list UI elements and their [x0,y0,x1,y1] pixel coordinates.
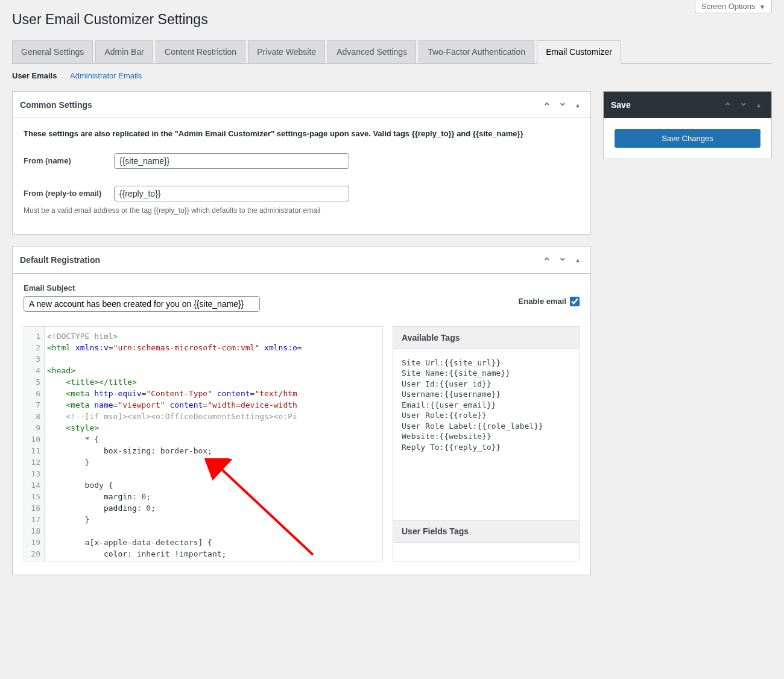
user-fields-tags-header: User Fields Tags [393,520,579,543]
from-name-input[interactable] [114,153,349,169]
tags-panel: Available Tags Site Url:{{site_url}}Site… [393,326,580,561]
common-settings-box: Common Settings These settings are also … [12,91,591,235]
available-tags-header: Available Tags [393,327,579,349]
chevron-down-icon: ▼ [759,4,765,10]
screen-options-toggle[interactable]: Screen Options ▼ [695,0,772,13]
available-tag: Email:{{user_email}} [402,400,571,411]
common-settings-title: Common Settings [20,100,541,110]
from-email-label: From (reply-to email) [24,189,114,198]
from-email-input[interactable] [114,186,349,201]
page-title: User Email Customizer Settings [12,6,772,40]
sub-tabs: User Emails Administrator Emails [12,64,772,91]
nav-tab-wrapper: General SettingsAdmin BarContent Restric… [12,40,772,64]
available-tag: Reply To:{{reply_to}} [402,442,571,453]
available-tag: Username:{{username}} [402,389,571,400]
nav-tab-two-factor-authentication[interactable]: Two-Factor Authentication [419,40,534,63]
email-subject-input[interactable] [24,296,260,312]
save-box-title: Save [611,100,722,110]
toggle-panel-icon[interactable] [572,254,583,265]
from-email-desc: Must be a valid email address or the tag… [24,206,580,215]
enable-email-label: Enable email [519,297,566,306]
available-tag: User Role:{{role}} [402,410,571,421]
enable-email-checkbox[interactable] [570,297,580,306]
move-up-icon[interactable] [722,99,733,110]
available-tag: Website:{{website}} [402,431,571,442]
save-changes-button[interactable]: Save Changes [615,129,760,148]
toggle-panel-icon[interactable] [572,99,583,110]
move-up-icon[interactable] [541,99,552,110]
email-subject-label: Email Subject [24,283,260,292]
nav-tab-email-customizer[interactable]: Email Customizer [537,40,621,64]
nav-tab-advanced-settings[interactable]: Advanced Settings [327,40,416,63]
common-description: These settings are also replicated in th… [24,128,580,140]
move-down-icon[interactable] [738,99,748,110]
code-editor[interactable]: 1234567891011121314151617181920 <!DOCTYP… [24,326,383,561]
default-registration-box: Default Registration Email Subject [12,247,591,575]
available-tag: User Role Label:{{role_label}} [402,421,571,432]
available-tag: Site Name:{{site_name}} [402,368,571,379]
screen-options-label: Screen Options [701,2,756,11]
available-tag: User Id:{{user_id}} [402,379,571,390]
sub-tab-user-emails[interactable]: User Emails [12,71,57,80]
move-down-icon[interactable] [557,254,567,265]
default-registration-title: Default Registration [20,255,541,265]
nav-tab-admin-bar[interactable]: Admin Bar [95,40,153,63]
available-tag: Site Url:{{site_url}} [402,358,571,368]
sub-tab-admin-emails[interactable]: Administrator Emails [70,71,142,80]
nav-tab-private-website[interactable]: Private Website [248,40,325,63]
save-box: Save Save Changes [603,91,772,159]
from-name-label: From (name) [24,156,114,165]
move-down-icon[interactable] [557,99,567,110]
toggle-panel-icon[interactable] [753,99,764,110]
move-up-icon[interactable] [541,254,552,265]
nav-tab-content-restriction[interactable]: Content Restriction [156,40,245,63]
nav-tab-general-settings[interactable]: General Settings [12,40,93,63]
